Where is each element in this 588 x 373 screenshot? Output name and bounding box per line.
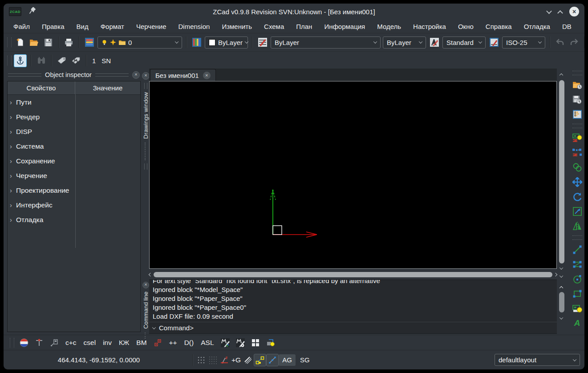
expand-icon[interactable]: ›: [10, 98, 12, 106]
cmd-scroll-down-icon[interactable]: [560, 316, 563, 319]
print-button[interactable]: [63, 36, 75, 49]
expand-icon[interactable]: ›: [10, 216, 12, 223]
hscrollbar-thumb[interactable]: [154, 272, 552, 277]
drawing-canvas[interactable]: [149, 81, 557, 269]
menu-view[interactable]: Вид: [77, 23, 89, 30]
menu-plan[interactable]: План: [296, 23, 312, 30]
kzh-button[interactable]: КЖ: [118, 339, 130, 347]
tree-item-saving[interactable]: ›Сохранение: [8, 154, 140, 168]
rotate-icon[interactable]: [572, 191, 583, 202]
expand-icon[interactable]: ›: [10, 128, 12, 135]
edit-points-icon[interactable]: [572, 147, 583, 158]
circle-tool-icon[interactable]: [572, 274, 583, 284]
dock-drag-dots[interactable]: [145, 142, 147, 160]
expand-icon[interactable]: ›: [10, 142, 12, 150]
toolbar-grip[interactable]: [7, 37, 12, 47]
menu-help[interactable]: Справка: [486, 23, 512, 30]
asl-button[interactable]: ASL: [199, 339, 215, 347]
tree-item-drafting[interactable]: ›Черчение: [8, 168, 140, 183]
tree-item-debug[interactable]: ›Отладка: [8, 212, 140, 227]
search-binoculars-button[interactable]: [35, 55, 47, 67]
menu-schema[interactable]: Схема: [264, 23, 284, 30]
dock-handle[interactable]: [8, 73, 41, 77]
tree-item-system[interactable]: ›Система: [8, 139, 140, 154]
toolbar-grip[interactable]: [10, 338, 14, 348]
ucs-toggle-icon[interactable]: [219, 354, 230, 366]
vm-button[interactable]: ВМ: [135, 339, 148, 347]
drawings-dock-close-icon[interactable]: ×: [142, 72, 150, 80]
snap-mode-label[interactable]: SN: [100, 57, 113, 65]
dim-style-icon[interactable]: [488, 36, 500, 49]
snap-grid-toggle-icon[interactable]: [207, 354, 219, 366]
text-tool-icon[interactable]: A: [572, 318, 583, 328]
save-button[interactable]: [42, 36, 54, 49]
command-log[interactable]: For text style "Standard" not found font…: [149, 280, 557, 322]
command-dock-label[interactable]: Command line: [142, 292, 149, 329]
select-block-button[interactable]: [49, 337, 60, 348]
save-history-icon[interactable]: [572, 94, 583, 105]
menu-draw[interactable]: Черчение: [136, 23, 166, 30]
anchor-toggle-button[interactable]: [14, 54, 27, 67]
dparen-button[interactable]: D(): [183, 339, 195, 347]
menu-db[interactable]: DB: [562, 23, 572, 30]
copy-icon[interactable]: [572, 162, 583, 173]
linetype-combobox[interactable]: ByLayer: [271, 36, 381, 49]
edit-block-icon[interactable]: [572, 133, 583, 143]
cmd-scrollbar-thumb[interactable]: [559, 292, 564, 312]
expand-icon[interactable]: ›: [10, 113, 12, 121]
tag-button[interactable]: [56, 55, 68, 67]
menu-modify[interactable]: Изменить: [222, 23, 252, 30]
dock-handle[interactable]: [144, 83, 147, 89]
toolbar-grip[interactable]: [7, 56, 12, 65]
command-prompt[interactable]: Command>: [149, 322, 557, 333]
menu-settings[interactable]: Настройка: [413, 23, 446, 30]
maximize-button[interactable]: [557, 10, 563, 16]
drawings-dock-label[interactable]: Drawings window: [142, 92, 149, 139]
red-nodes-button[interactable]: [153, 337, 163, 348]
layout-combobox[interactable]: defaultlayout: [495, 354, 580, 366]
polyline-tool-icon[interactable]: [572, 259, 583, 270]
edit-macro-button[interactable]: [220, 337, 231, 348]
expand-icon[interactable]: ›: [10, 172, 12, 179]
tree-item-disp[interactable]: ›DISP: [8, 124, 140, 139]
column-divider[interactable]: [75, 94, 76, 248]
scroll-left-icon[interactable]: [149, 273, 152, 276]
menu-model[interactable]: Модель: [377, 23, 401, 30]
menu-window[interactable]: Окно: [458, 23, 474, 30]
expand-icon[interactable]: ›: [10, 186, 12, 194]
lineweight-combobox[interactable]: ByLayer: [383, 36, 426, 49]
scroll-right-icon[interactable]: [554, 273, 557, 276]
toolbar-grip[interactable]: [572, 124, 582, 128]
hatch-toggle-icon[interactable]: [242, 354, 254, 366]
dock-handle[interactable]: [95, 73, 129, 77]
scale-icon[interactable]: [572, 206, 583, 217]
scroll-corner-down-icon[interactable]: [560, 274, 563, 277]
plusplus-button[interactable]: ++: [168, 339, 178, 347]
column-header-property[interactable]: Свойство: [8, 81, 75, 94]
block-light-button[interactable]: [265, 337, 276, 348]
undo-button[interactable]: [554, 36, 566, 49]
text-style-combobox[interactable]: Standard: [442, 36, 486, 49]
toolbar-grip[interactable]: [572, 71, 582, 75]
dock-handle[interactable]: [144, 163, 147, 170]
linetype-icon[interactable]: [256, 36, 268, 49]
scroll-up-icon[interactable]: [560, 73, 563, 77]
move-icon[interactable]: [572, 177, 583, 187]
layer-combobox[interactable]: 0: [97, 36, 182, 49]
cmd-scroll-up-icon[interactable]: [560, 286, 563, 290]
run-macro-button[interactable]: [235, 337, 246, 348]
ag-toggle-button[interactable]: AG: [279, 354, 296, 366]
drawing-tab[interactable]: Без имени001 ×: [150, 69, 216, 81]
tag-m-button[interactable]: [70, 55, 82, 67]
menu-dimension[interactable]: Dimension: [178, 23, 210, 30]
tree-item-paths[interactable]: ›Пути: [8, 95, 140, 109]
grid-toggle-icon[interactable]: [195, 354, 207, 366]
menu-edit[interactable]: Правка: [42, 23, 65, 30]
open-file-button[interactable]: [28, 36, 40, 49]
mirror-icon[interactable]: [572, 221, 583, 231]
rectangle-tool-icon[interactable]: [572, 288, 583, 299]
column-header-value[interactable]: Значение: [75, 81, 140, 94]
toolbar-grip[interactable]: [572, 235, 582, 240]
text-style-icon[interactable]: [428, 36, 440, 49]
menu-debug[interactable]: Отладка: [524, 23, 550, 30]
